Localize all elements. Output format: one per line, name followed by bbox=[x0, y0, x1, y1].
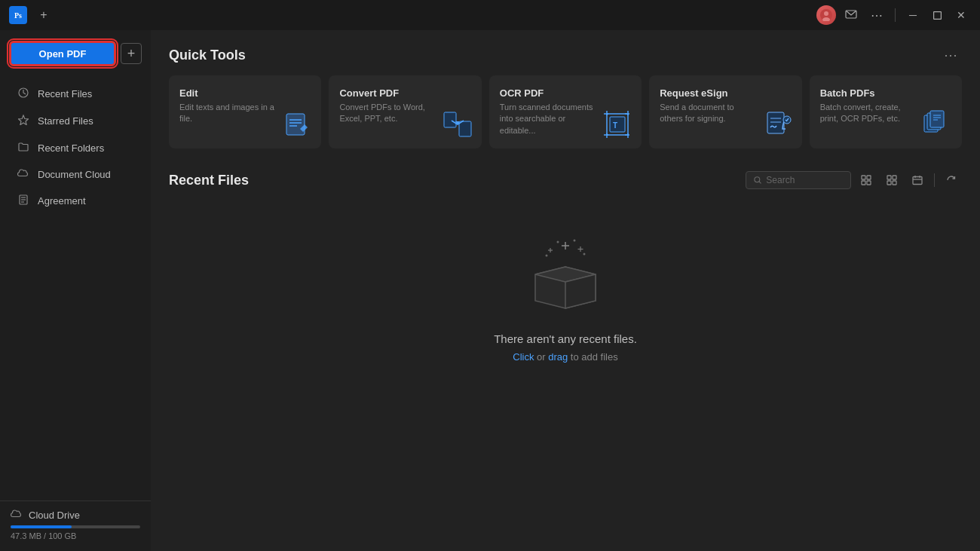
sidebar-item-agreement[interactable]: Agreement bbox=[5, 188, 146, 214]
calendar-icon bbox=[912, 175, 923, 185]
tool-card-edit[interactable]: Edit Edit texts and images in a file. bbox=[169, 75, 321, 148]
batch-tool-title: Batch PDFs bbox=[820, 87, 951, 99]
svg-rect-45 bbox=[867, 181, 871, 185]
grid-view-icon bbox=[887, 175, 897, 185]
storage-fill bbox=[11, 525, 72, 528]
list-view-icon bbox=[861, 175, 871, 185]
refresh-button[interactable] bbox=[941, 170, 962, 191]
message-icon-button[interactable] bbox=[841, 5, 862, 26]
starred-files-label: Starred Files bbox=[38, 115, 93, 127]
cloud-drive-label: Cloud Drive bbox=[29, 510, 80, 521]
convert-tool-desc: Convert PDFs to Word, Excel, PPT, etc. bbox=[339, 102, 437, 125]
convert-tool-icon bbox=[441, 108, 474, 141]
esign-tool-icon bbox=[761, 108, 795, 141]
cloud-drive-row[interactable]: Cloud Drive bbox=[11, 509, 140, 521]
svg-rect-42 bbox=[862, 176, 865, 179]
svg-rect-46 bbox=[887, 176, 891, 179]
open-pdf-button[interactable]: Open PDF bbox=[9, 41, 116, 66]
quick-tools-more-button[interactable]: ⋯ bbox=[939, 45, 962, 65]
more-options-button[interactable]: ⋯ bbox=[866, 5, 887, 26]
add-tab-button[interactable]: + bbox=[33, 5, 54, 26]
tool-card-convert[interactable]: Convert PDF Convert PDFs to Word, Excel,… bbox=[329, 75, 481, 148]
open-pdf-area: Open PDF + bbox=[0, 30, 151, 75]
refresh-icon bbox=[946, 175, 957, 185]
svg-rect-18 bbox=[459, 121, 471, 136]
convert-tool-title: Convert PDF bbox=[339, 87, 470, 99]
sidebar-item-document-cloud[interactable]: Document Cloud bbox=[5, 161, 146, 187]
sidebar: Open PDF + Recent Files bbox=[0, 30, 151, 551]
storage-bar bbox=[11, 525, 140, 528]
add-button[interactable]: + bbox=[121, 43, 142, 64]
search-box[interactable] bbox=[746, 171, 851, 189]
toolbar-divider bbox=[934, 173, 935, 187]
svg-marker-8 bbox=[19, 115, 29, 125]
svg-rect-13 bbox=[286, 114, 305, 135]
empty-state: There aren't any recent files. Click or … bbox=[169, 203, 962, 408]
main-layout: Open PDF + Recent Files bbox=[0, 30, 980, 551]
folder-icon bbox=[17, 142, 30, 154]
open-pdf-label: Open PDF bbox=[39, 48, 87, 60]
quick-tools-grid: Edit Edit texts and images in a file. Co… bbox=[169, 75, 962, 148]
avatar bbox=[816, 5, 836, 25]
empty-state-title: There aren't any recent files. bbox=[494, 332, 637, 345]
agreement-icon bbox=[17, 194, 30, 207]
cloud-drive-icon bbox=[11, 509, 23, 521]
edit-tool-icon bbox=[280, 108, 314, 141]
search-input[interactable] bbox=[766, 175, 843, 185]
tool-card-batch[interactable]: Batch PDFs Batch convert, create, print,… bbox=[810, 75, 962, 148]
svg-rect-48 bbox=[887, 181, 891, 185]
recent-folders-label: Recent Folders bbox=[38, 142, 104, 154]
click-link[interactable]: Click bbox=[513, 351, 534, 363]
empty-state-subtitle: Click or drag to add files bbox=[513, 351, 618, 363]
esign-tool-title: Request eSign bbox=[660, 87, 791, 99]
svg-text:T: T bbox=[613, 121, 617, 130]
ocr-tool-title: OCR PDF bbox=[500, 87, 631, 99]
sidebar-footer: Cloud Drive 47.3 MB / 100 GB bbox=[0, 500, 151, 551]
esign-tool-desc: Send a document to others for signing. bbox=[660, 102, 758, 125]
grid-view-button[interactable] bbox=[881, 170, 902, 191]
edit-tool-desc: Edit texts and images in a file. bbox=[179, 102, 277, 125]
ocr-tool-desc: Turn scanned documents into searchable o… bbox=[500, 102, 598, 136]
content-area: Quick Tools ⋯ Edit Edit texts and images… bbox=[151, 30, 980, 551]
minimize-button[interactable]: ─ bbox=[903, 5, 923, 25]
list-view-button[interactable] bbox=[856, 170, 877, 191]
tool-card-ocr[interactable]: OCR PDF Turn scanned documents into sear… bbox=[489, 75, 642, 148]
svg-point-65 bbox=[583, 253, 586, 256]
empty-icon bbox=[520, 233, 611, 319]
sidebar-item-starred-files[interactable]: Starred Files bbox=[5, 108, 146, 134]
edit-tool-title: Edit bbox=[179, 87, 311, 99]
tool-card-esign[interactable]: Request eSign Send a document to others … bbox=[649, 75, 801, 148]
drag-link[interactable]: drag bbox=[548, 351, 568, 363]
svg-point-64 bbox=[574, 240, 576, 242]
svg-point-40 bbox=[755, 177, 760, 182]
batch-tool-desc: Batch convert, create, print, OCR PDFs, … bbox=[820, 102, 918, 125]
svg-rect-50 bbox=[913, 177, 922, 185]
svg-rect-47 bbox=[893, 176, 896, 179]
clock-icon bbox=[17, 87, 30, 100]
titlebar-left: Ps + bbox=[9, 5, 54, 26]
cloud-icon bbox=[17, 168, 30, 180]
svg-rect-43 bbox=[867, 176, 871, 179]
titlebar: Ps + ⋯ ─ ✕ bbox=[0, 0, 980, 30]
search-icon bbox=[754, 176, 761, 185]
agreement-label: Agreement bbox=[38, 195, 86, 207]
sidebar-item-recent-folders[interactable]: Recent Folders bbox=[5, 135, 146, 161]
svg-line-41 bbox=[759, 182, 761, 184]
storage-text: 47.3 MB / 100 GB bbox=[11, 531, 140, 540]
calendar-view-button[interactable] bbox=[907, 170, 928, 191]
or-text: or bbox=[534, 351, 548, 363]
recent-files-title: Recent Files bbox=[169, 173, 249, 188]
svg-rect-30 bbox=[767, 112, 784, 133]
svg-text:Ps: Ps bbox=[14, 11, 22, 20]
sidebar-item-recent-files[interactable]: Recent Files bbox=[5, 81, 146, 107]
quick-tools-header: Quick Tools ⋯ bbox=[169, 45, 962, 65]
titlebar-divider bbox=[895, 8, 896, 22]
app-logo: Ps bbox=[9, 6, 27, 24]
titlebar-right: ⋯ ─ ✕ bbox=[816, 5, 971, 26]
recent-files-header: Recent Files bbox=[169, 170, 962, 191]
restore-button[interactable] bbox=[927, 5, 947, 25]
close-button[interactable]: ✕ bbox=[951, 5, 971, 25]
batch-tool-icon bbox=[921, 108, 954, 141]
recent-files-toolbar bbox=[746, 170, 962, 191]
svg-rect-6 bbox=[933, 11, 941, 19]
